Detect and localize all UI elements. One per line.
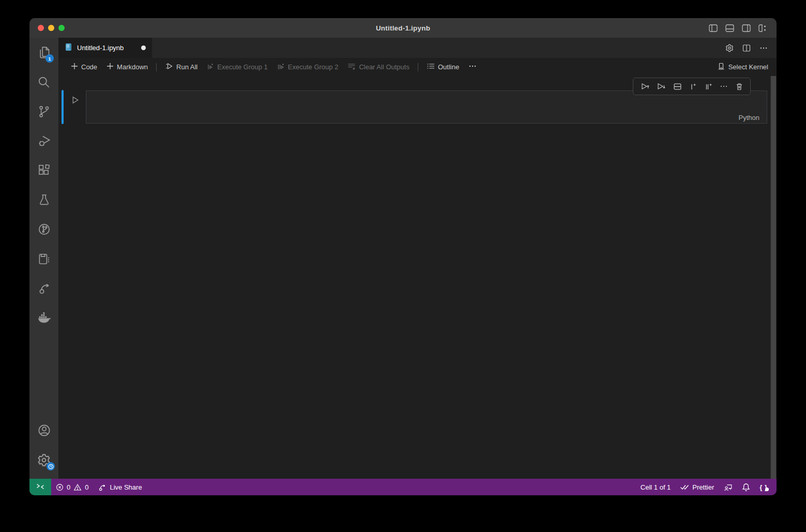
run-cell-button[interactable] xyxy=(69,94,81,105)
execute-cell-and-below-icon[interactable] xyxy=(657,82,666,91)
delete-cell-icon[interactable] xyxy=(735,82,743,91)
tab-bar: Untitled-1.ipynb xyxy=(58,38,777,58)
notebook-file-icon xyxy=(65,43,73,53)
settings-sync-badge xyxy=(47,462,55,470)
add-to-group-2-icon[interactable] xyxy=(704,82,713,91)
braces-icon: { } xyxy=(759,483,768,491)
scrollbar-thumb[interactable] xyxy=(771,76,776,479)
person-presenting-icon xyxy=(723,483,733,492)
sidebar-item-docker[interactable] xyxy=(29,303,58,332)
split-cell-icon[interactable] xyxy=(673,82,682,91)
execute-group-1-label: Execute Group 1 xyxy=(217,63,268,71)
vscode-window: Untitled-1.ipynb 1 xyxy=(29,18,777,495)
live-share-label: Live Share xyxy=(110,483,142,491)
docker-icon xyxy=(37,311,51,325)
problems-indicator[interactable]: 0 0 xyxy=(51,479,93,495)
notebook-settings-gear-icon[interactable] xyxy=(725,44,734,52)
outline-button[interactable]: Outline xyxy=(422,60,464,74)
toggle-secondary-sidebar-icon[interactable] xyxy=(742,24,751,32)
formatter-label: Prettier xyxy=(692,483,714,491)
cell-more-actions-icon[interactable] xyxy=(720,82,728,90)
toolbar-more-actions-button[interactable] xyxy=(464,60,481,74)
execute-group-2-button[interactable]: Execute Group 2 xyxy=(272,60,343,74)
editor-scrollbar[interactable] xyxy=(770,76,777,479)
titlebar: Untitled-1.ipynb xyxy=(29,18,777,38)
double-check-icon xyxy=(680,483,689,491)
toggle-primary-sidebar-icon[interactable] xyxy=(709,24,718,32)
notebook-cell: Python xyxy=(86,90,767,124)
live-share-status-button[interactable]: Live Share xyxy=(93,479,146,495)
run-all-button[interactable]: Run All xyxy=(160,60,202,74)
split-editor-icon[interactable] xyxy=(742,44,751,52)
ellipsis-icon xyxy=(468,62,477,72)
kernel-icon xyxy=(717,62,725,72)
notifications-button[interactable] xyxy=(737,483,755,492)
feedback-button[interactable] xyxy=(719,483,737,492)
formatter-indicator[interactable]: Prettier xyxy=(675,483,719,491)
unsaved-changes-indicator[interactable] xyxy=(141,45,146,50)
execute-group-2-icon xyxy=(277,63,285,72)
more-actions-icon[interactable] xyxy=(759,44,768,52)
manage-button[interactable] xyxy=(29,445,58,475)
search-icon xyxy=(37,75,51,89)
add-code-cell-button[interactable]: Code xyxy=(66,60,102,74)
select-kernel-label: Select Kernel xyxy=(728,63,768,71)
layout-controls xyxy=(709,18,767,38)
add-to-group-1-icon[interactable] xyxy=(689,82,697,91)
editor-area: Untitled-1.ipynb Code xyxy=(58,38,777,479)
language-braces-button[interactable]: { } xyxy=(755,483,772,491)
execute-above-cells-icon[interactable] xyxy=(641,82,650,91)
customize-layout-icon[interactable] xyxy=(758,24,767,32)
sidebar-item-extensions[interactable] xyxy=(29,156,58,185)
status-bar-right: Cell 1 of 1 Prettier { } xyxy=(636,483,777,492)
plus-icon xyxy=(71,63,78,71)
sidebar-item-testing[interactable] xyxy=(29,185,58,215)
cell-language-picker[interactable]: Python xyxy=(739,114,759,121)
add-markdown-cell-button[interactable]: Markdown xyxy=(102,60,153,74)
error-count: 0 xyxy=(67,483,70,491)
plus-icon xyxy=(107,63,114,71)
activity-bar: 1 xyxy=(29,38,58,479)
select-kernel-button[interactable]: Select Kernel xyxy=(717,62,768,72)
explorer-badge: 1 xyxy=(45,54,54,63)
toggle-panel-icon[interactable] xyxy=(725,24,734,32)
sidebar-item-explorer[interactable]: 1 xyxy=(29,38,58,67)
cell-focus-indicator xyxy=(62,90,64,124)
warnings-icon xyxy=(73,483,82,491)
sidebar-item-notebooks[interactable] xyxy=(29,244,58,273)
remote-icon xyxy=(36,482,44,492)
toolbar-separator xyxy=(156,63,157,71)
clear-all-outputs-button[interactable]: Clear All Outputs xyxy=(343,60,414,74)
sidebar-item-search[interactable] xyxy=(29,67,58,97)
live-share-icon xyxy=(37,281,51,295)
clear-outputs-icon xyxy=(347,62,356,72)
sidebar-item-run-debug[interactable] xyxy=(29,126,58,156)
add-markdown-label: Markdown xyxy=(117,63,148,71)
cell-position-indicator[interactable]: Cell 1 of 1 xyxy=(636,483,676,491)
window-title: Untitled-1.ipynb xyxy=(29,24,777,32)
outline-list-icon xyxy=(427,62,435,72)
cell-code-editor[interactable]: Python xyxy=(86,90,767,124)
accounts-button[interactable] xyxy=(29,416,58,445)
tab-label: Untitled-1.ipynb xyxy=(77,44,124,52)
sidebar-item-source-control[interactable] xyxy=(29,97,58,126)
cell-position-label: Cell 1 of 1 xyxy=(641,483,671,491)
status-bar: 0 0 Live Share Cell 1 of 1 Prettier xyxy=(29,479,777,495)
clear-all-outputs-label: Clear All Outputs xyxy=(359,63,409,71)
activity-bar-bottom xyxy=(29,416,58,479)
execute-group-2-label: Execute Group 2 xyxy=(288,63,339,71)
sidebar-item-gitlens[interactable] xyxy=(29,215,58,244)
tab-untitled-1[interactable]: Untitled-1.ipynb xyxy=(58,38,152,58)
notebook-toolbar: Code Markdown Run All Execute Group 1 xyxy=(58,58,777,76)
debug-icon xyxy=(37,134,51,148)
execute-group-1-button[interactable]: Execute Group 1 xyxy=(202,60,272,74)
toolbar-separator xyxy=(418,63,418,71)
notebook-icon xyxy=(37,252,51,266)
extensions-icon xyxy=(37,164,51,177)
live-share-status-icon xyxy=(98,483,107,492)
notebook-body: Python xyxy=(58,76,777,479)
remote-indicator[interactable] xyxy=(29,479,51,495)
warning-count: 0 xyxy=(85,483,88,491)
sidebar-item-live-share[interactable] xyxy=(29,273,58,303)
outline-label: Outline xyxy=(438,63,459,71)
